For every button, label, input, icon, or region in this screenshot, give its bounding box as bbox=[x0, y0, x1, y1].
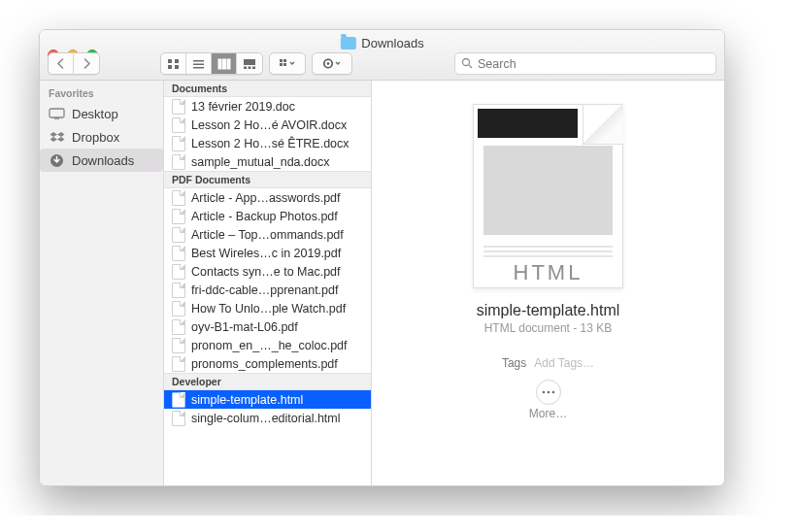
file-row[interactable]: pronoms_complements.pdf bbox=[164, 354, 371, 373]
file-row[interactable]: pronom_en_…_he_coloc.pdf bbox=[164, 336, 371, 354]
sidebar-item-downloads[interactable]: Downloads bbox=[40, 149, 163, 172]
file-row[interactable]: Article – Top…ommands.pdf bbox=[164, 225, 371, 244]
file-row[interactable]: simple-template.html bbox=[164, 390, 371, 409]
sidebar-item-label: Downloads bbox=[72, 153, 134, 168]
file-icon bbox=[172, 136, 185, 151]
file-name: Article - Backup Photos.pdf bbox=[191, 210, 338, 223]
file-list-column: Documents13 février 2019.docLesson 2 Ho…… bbox=[164, 81, 372, 485]
svg-rect-7 bbox=[218, 59, 221, 69]
file-name: How To Unlo…ple Watch.pdf bbox=[191, 302, 346, 316]
more-button[interactable] bbox=[536, 380, 561, 405]
svg-point-20 bbox=[463, 58, 470, 65]
nav-segment bbox=[48, 52, 100, 75]
dropbox-icon bbox=[49, 130, 65, 144]
file-row[interactable]: Contacts syn…e to Mac.pdf bbox=[164, 262, 371, 281]
file-icon bbox=[172, 117, 185, 133]
action-dropdown[interactable] bbox=[312, 52, 352, 75]
svg-rect-16 bbox=[280, 63, 283, 66]
file-name: simple-template.html bbox=[191, 393, 303, 407]
svg-rect-10 bbox=[244, 59, 255, 65]
group-header: Developer bbox=[164, 373, 371, 390]
search-icon bbox=[461, 55, 473, 73]
file-name: fri-ddc-cable…pprenant.pdf bbox=[191, 283, 338, 297]
finder-window: Downloads bbox=[39, 29, 725, 486]
file-name: single-colum…editorial.html bbox=[191, 412, 341, 425]
svg-rect-4 bbox=[193, 60, 204, 62]
view-list-button[interactable] bbox=[186, 53, 212, 74]
file-row[interactable]: fri-ddc-cable…pprenant.pdf bbox=[164, 281, 371, 299]
svg-rect-9 bbox=[227, 59, 230, 69]
sidebar: Favorites Desktop Dropbox Downloads bbox=[40, 81, 164, 485]
svg-rect-11 bbox=[244, 66, 247, 69]
window-title-text: Downloads bbox=[361, 36, 423, 50]
file-icon bbox=[172, 209, 185, 224]
back-button[interactable] bbox=[49, 53, 74, 74]
file-icon bbox=[172, 246, 185, 261]
sidebar-item-label: Dropbox bbox=[72, 130, 119, 145]
file-icon bbox=[172, 227, 185, 243]
preview-pane: HTML simple-template.html HTML document … bbox=[372, 81, 724, 485]
tags-input[interactable]: Add Tags… bbox=[534, 356, 594, 370]
forward-button[interactable] bbox=[74, 53, 99, 74]
file-icon bbox=[172, 99, 185, 115]
file-row[interactable]: sample_mutual_nda.docx bbox=[164, 152, 371, 171]
view-columns-button[interactable] bbox=[212, 53, 237, 74]
titlebar: Downloads bbox=[40, 30, 724, 81]
thumbnail-badge: HTML bbox=[474, 260, 622, 285]
file-row[interactable]: How To Unlo…ple Watch.pdf bbox=[164, 299, 371, 317]
file-row[interactable]: Best Wireles…c in 2019.pdf bbox=[164, 244, 371, 262]
tags-row: Tags Add Tags… bbox=[502, 356, 594, 370]
group-header: PDF Documents bbox=[164, 171, 371, 188]
svg-point-26 bbox=[551, 391, 554, 394]
svg-rect-12 bbox=[249, 66, 251, 69]
svg-rect-22 bbox=[54, 117, 59, 119]
file-icon bbox=[172, 338, 185, 353]
file-row[interactable]: Lesson 2 Ho…sé ÊTRE.docx bbox=[164, 134, 371, 152]
group-dropdown[interactable] bbox=[269, 52, 306, 75]
file-icon bbox=[172, 154, 185, 170]
tags-label: Tags bbox=[502, 356, 526, 370]
file-icon bbox=[172, 411, 185, 426]
folder-icon bbox=[340, 37, 355, 50]
svg-rect-6 bbox=[193, 67, 204, 69]
search-input[interactable] bbox=[478, 57, 710, 71]
file-row[interactable]: Lesson 2 Ho…é AVOIR.docx bbox=[164, 116, 371, 134]
svg-rect-5 bbox=[193, 63, 204, 65]
toolbar bbox=[48, 52, 716, 75]
svg-point-24 bbox=[542, 391, 545, 394]
file-row[interactable]: Article - App…asswords.pdf bbox=[164, 188, 371, 207]
svg-point-19 bbox=[327, 62, 330, 65]
sidebar-item-desktop[interactable]: Desktop bbox=[40, 102, 163, 125]
svg-rect-2 bbox=[168, 65, 172, 69]
preview-subtitle: HTML document - 13 KB bbox=[484, 321, 613, 335]
view-icons-button[interactable] bbox=[161, 53, 186, 74]
file-name: Article – Top…ommands.pdf bbox=[191, 228, 344, 242]
sidebar-item-label: Desktop bbox=[72, 107, 118, 121]
file-icon bbox=[172, 264, 185, 280]
view-mode-segment bbox=[160, 52, 263, 75]
file-name: pronom_en_…_he_coloc.pdf bbox=[191, 339, 348, 352]
file-row[interactable]: oyv-B1-mat-L06.pdf bbox=[164, 317, 371, 336]
file-icon bbox=[172, 392, 185, 408]
downloads-icon bbox=[49, 153, 65, 167]
file-name: Best Wireles…c in 2019.pdf bbox=[191, 247, 341, 260]
search-field bbox=[454, 52, 716, 75]
file-icon bbox=[172, 356, 185, 372]
svg-rect-13 bbox=[252, 66, 255, 69]
file-name: pronoms_complements.pdf bbox=[191, 357, 338, 371]
svg-rect-17 bbox=[283, 63, 286, 66]
sidebar-item-dropbox[interactable]: Dropbox bbox=[40, 125, 163, 149]
window-title: Downloads bbox=[340, 36, 423, 50]
file-row[interactable]: 13 février 2019.doc bbox=[164, 97, 371, 116]
svg-point-25 bbox=[547, 391, 549, 394]
svg-rect-14 bbox=[280, 59, 283, 62]
file-row[interactable]: single-colum…editorial.html bbox=[164, 409, 371, 427]
file-name: oyv-B1-mat-L06.pdf bbox=[191, 320, 298, 334]
file-name: sample_mutual_nda.docx bbox=[191, 155, 329, 169]
more-label: More… bbox=[529, 407, 567, 420]
file-row[interactable]: Article - Backup Photos.pdf bbox=[164, 207, 371, 225]
file-icon bbox=[172, 283, 185, 298]
desktop-icon bbox=[49, 107, 65, 120]
view-gallery-button[interactable] bbox=[237, 53, 262, 74]
svg-rect-3 bbox=[175, 65, 179, 69]
